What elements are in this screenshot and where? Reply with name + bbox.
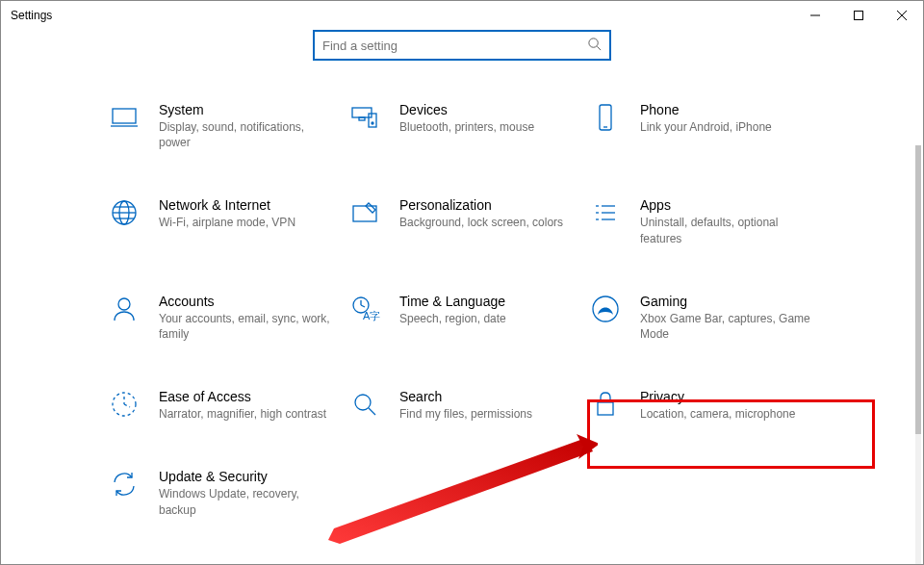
ease-of-access-icon [107,387,141,422]
minimize-button[interactable] [793,1,836,30]
tile-apps[interactable]: Apps Uninstall, defaults, optional featu… [582,190,823,251]
system-icon [107,100,141,135]
tile-title: Personalization [399,197,577,213]
tile-desc: Background, lock screen, colors [399,215,573,230]
search-icon [587,37,602,54]
tile-desc: Narrator, magnifier, high contrast [159,406,332,422]
svg-line-29 [361,305,365,307]
settings-content: System Display, sound, notifications, po… [1,30,923,564]
svg-rect-19 [353,206,376,221]
tile-title: Ease of Access [159,389,336,404]
svg-line-36 [369,408,375,415]
tile-search[interactable]: Search Find my files, permissions [342,381,582,427]
svg-rect-6 [113,109,136,123]
tile-time-language[interactable]: A字 Time & Language Speech, region, date [342,286,582,347]
tile-desc: Windows Update, recovery, backup [159,486,332,517]
svg-rect-9 [359,117,365,120]
tile-network[interactable]: Network & Internet Wi-Fi, airplane mode,… [101,190,342,251]
gaming-icon [588,292,623,326]
personalization-icon [347,195,382,230]
svg-point-4 [589,39,598,47]
svg-rect-37 [598,402,613,415]
tile-title: Devices [399,102,577,117]
phone-icon [588,100,623,135]
tile-desc: Speech, region, date [399,311,573,326]
svg-line-34 [124,404,130,407]
close-button[interactable] [880,1,923,30]
update-security-icon [107,467,141,501]
network-icon [107,195,141,230]
tile-update-security[interactable]: Update & Security Windows Update, recove… [101,461,342,523]
window-titlebar: Settings [1,1,923,30]
tile-desc: Uninstall, defaults, optional features [640,215,813,245]
svg-rect-10 [369,114,376,127]
apps-icon [588,195,623,230]
svg-point-35 [355,395,371,410]
tile-title: Privacy [640,389,817,404]
tile-title: Apps [640,197,817,213]
svg-line-5 [597,46,601,50]
maximize-button[interactable] [836,1,880,30]
scrollbar-thumb[interactable] [915,145,921,434]
svg-point-11 [372,122,373,124]
tile-ease-of-access[interactable]: Ease of Access Narrator, magnifier, high… [101,381,342,427]
svg-rect-1 [854,12,862,20]
svg-rect-12 [600,105,611,130]
svg-text:A字: A字 [363,310,380,321]
tile-desc: Wi-Fi, airplane mode, VPN [159,215,332,230]
devices-icon [347,100,382,135]
svg-point-26 [118,298,130,310]
tile-desc: Find my files, permissions [399,406,573,422]
tile-title: Accounts [159,294,336,309]
tile-title: Search [399,389,577,404]
tile-desc: Display, sound, notifications, power [159,119,332,150]
search-wrap [1,30,923,61]
vertical-scrollbar[interactable] [915,145,921,564]
tile-desc: Location, camera, microphone [640,406,813,422]
search-input[interactable] [322,39,587,53]
tile-title: Network & Internet [159,197,336,213]
tile-title: Time & Language [399,294,577,309]
tile-desc: Bluetooth, printers, mouse [399,119,573,135]
accounts-icon [107,292,141,326]
search-tile-icon [347,387,382,422]
window-title: Settings [11,9,52,22]
tile-phone[interactable]: Phone Link your Android, iPhone [582,94,823,156]
search-box[interactable] [313,30,611,61]
settings-grid: System Display, sound, notifications, po… [1,94,923,562]
tile-system[interactable]: System Display, sound, notifications, po… [101,94,342,156]
tile-privacy[interactable]: Privacy Location, camera, microphone [582,381,823,427]
tile-title: Gaming [640,294,817,309]
window-controls [793,1,923,30]
time-language-icon: A字 [347,292,382,326]
tile-desc: Xbox Game Bar, captures, Game Mode [640,311,813,342]
tile-personalization[interactable]: Personalization Background, lock screen,… [342,190,582,251]
tile-accounts[interactable]: Accounts Your accounts, email, sync, wor… [101,286,342,347]
tile-title: System [159,102,336,117]
tile-title: Phone [640,102,817,117]
tile-gaming[interactable]: Gaming Xbox Game Bar, captures, Game Mod… [582,286,823,347]
tile-desc: Link your Android, iPhone [640,119,813,135]
tile-title: Update & Security [159,469,336,484]
tile-desc: Your accounts, email, sync, work, family [159,311,332,342]
tile-devices[interactable]: Devices Bluetooth, printers, mouse [342,94,582,156]
privacy-icon [588,387,623,422]
